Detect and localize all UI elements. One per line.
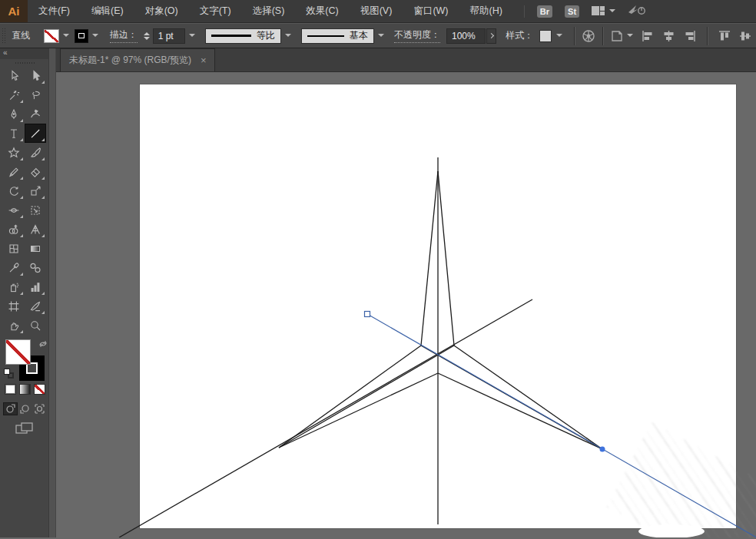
menu-item-4[interactable]: 选择(S) bbox=[242, 0, 296, 22]
slice-tool[interactable] bbox=[25, 296, 46, 316]
color-button[interactable] bbox=[5, 384, 16, 395]
drawing-mode-buttons bbox=[3, 402, 47, 415]
type-tool[interactable] bbox=[3, 124, 25, 143]
cs-live-button[interactable] bbox=[627, 4, 647, 19]
paintbrush-tool[interactable] bbox=[25, 143, 46, 162]
opacity-label[interactable]: 不透明度： bbox=[394, 28, 440, 43]
draw-normal-button[interactable] bbox=[3, 402, 18, 415]
rotate-icon bbox=[8, 185, 20, 197]
canvas[interactable] bbox=[56, 72, 756, 537]
menu-item-6[interactable]: 视图(V) bbox=[350, 0, 403, 22]
default-fill-stroke-button[interactable] bbox=[4, 369, 14, 379]
align-left-button[interactable] bbox=[642, 30, 655, 42]
gradient-tool[interactable] bbox=[25, 239, 46, 258]
document-tab-bar: 未标题-1* @ 97% (RGB/预览) × bbox=[56, 48, 756, 72]
mesh-tool[interactable] bbox=[3, 239, 25, 258]
divider bbox=[524, 5, 525, 18]
pen-tool[interactable] bbox=[3, 104, 25, 124]
shape-builder-tool[interactable] bbox=[3, 220, 25, 239]
menu-item-5[interactable]: 效果(C) bbox=[295, 0, 349, 22]
direct-selection-icon bbox=[29, 70, 41, 82]
align-right-icon bbox=[683, 30, 696, 42]
direct-selection-tool[interactable] bbox=[25, 66, 46, 85]
stroke-weight-field[interactable]: 1 pt bbox=[153, 28, 185, 44]
align-center-button[interactable] bbox=[662, 30, 675, 42]
zoom-tool[interactable] bbox=[25, 316, 46, 335]
menu-item-8[interactable]: 帮助(H) bbox=[459, 0, 513, 22]
free-transform-tool[interactable] bbox=[25, 200, 46, 220]
brush-definition-select[interactable]: 基本 bbox=[301, 28, 374, 44]
stock-button[interactable]: St bbox=[565, 5, 579, 18]
eraser-tool[interactable] bbox=[25, 162, 46, 181]
menu-bar: Ai 文件(F)编辑(E)对象(O)文字(T)选择(S)效果(C)视图(V)窗口… bbox=[0, 0, 756, 23]
paintbrush-icon bbox=[29, 147, 41, 159]
lasso-tool[interactable] bbox=[25, 85, 46, 104]
stroke-color-swatch[interactable] bbox=[75, 29, 88, 43]
close-tab-button[interactable]: × bbox=[201, 55, 207, 65]
hand-tool[interactable] bbox=[3, 316, 25, 335]
eyedropper-icon bbox=[8, 262, 20, 274]
eyedropper-tool[interactable] bbox=[3, 258, 25, 277]
panel-drag-grip[interactable] bbox=[0, 59, 48, 66]
menu-item-1[interactable]: 编辑(E) bbox=[81, 0, 134, 22]
pencil-tool[interactable] bbox=[3, 162, 25, 181]
menu-item-3[interactable]: 文字(T) bbox=[189, 0, 242, 22]
screen-mode-button[interactable] bbox=[15, 422, 34, 439]
gradient-button[interactable] bbox=[19, 384, 31, 395]
draw-inside-button[interactable] bbox=[32, 402, 47, 415]
align-right-button[interactable] bbox=[683, 30, 696, 42]
perspective-grid-icon bbox=[29, 223, 41, 236]
panel-grip[interactable] bbox=[2, 28, 6, 45]
vertical-align-center-button[interactable] bbox=[739, 30, 752, 42]
style-swatch[interactable] bbox=[539, 30, 552, 42]
bridge-button[interactable]: Br bbox=[537, 5, 552, 18]
style-dropdown[interactable] bbox=[553, 28, 564, 44]
scale-tool[interactable] bbox=[25, 181, 46, 200]
fill-proxy-swatch[interactable] bbox=[5, 339, 31, 365]
brush-definition-dropdown[interactable] bbox=[376, 28, 386, 44]
fill-color-swatch[interactable] bbox=[44, 29, 59, 43]
panel-dock-strip[interactable] bbox=[49, 48, 56, 537]
menu-item-2[interactable]: 对象(O) bbox=[134, 0, 189, 22]
curvature-icon bbox=[29, 108, 41, 121]
chevron-right-icon bbox=[489, 33, 494, 38]
start-anchor-handle[interactable] bbox=[365, 312, 370, 317]
width-profile-dropdown[interactable] bbox=[283, 28, 293, 44]
perspective-grid-tool[interactable] bbox=[25, 220, 46, 239]
stroke-color-dropdown[interactable] bbox=[90, 28, 101, 44]
recolor-artwork-button[interactable] bbox=[582, 29, 595, 43]
opacity-field[interactable]: 100% bbox=[446, 28, 486, 44]
anchor-point-dot[interactable] bbox=[600, 447, 605, 452]
vertical-align-top-button[interactable] bbox=[718, 30, 731, 42]
fill-color-dropdown[interactable] bbox=[61, 28, 71, 44]
line-segment-icon bbox=[29, 127, 41, 140]
menu-item-0[interactable]: 文件(F) bbox=[28, 0, 81, 22]
document-tab-title: 未标题-1* @ 97% (RGB/预览) bbox=[69, 54, 191, 67]
workspace-switcher[interactable] bbox=[592, 6, 615, 16]
draw-behind-button[interactable] bbox=[18, 402, 32, 415]
collapse-panel-button[interactable]: « bbox=[0, 48, 48, 59]
stroke-weight-dropdown[interactable] bbox=[187, 28, 197, 44]
stroke-weight-stepper[interactable] bbox=[144, 32, 150, 40]
blend-tool[interactable] bbox=[25, 258, 46, 277]
selection-tool[interactable] bbox=[3, 66, 25, 85]
document-tab[interactable]: 未标题-1* @ 97% (RGB/预览) × bbox=[60, 48, 215, 71]
line-segment-tool[interactable] bbox=[25, 124, 46, 143]
opacity-expand-button[interactable] bbox=[486, 28, 496, 44]
artboard-tool[interactable] bbox=[3, 296, 25, 316]
divider bbox=[707, 27, 708, 45]
document-setup-button[interactable] bbox=[610, 29, 632, 43]
column-graph-tool[interactable] bbox=[25, 277, 46, 296]
swap-fill-stroke-button[interactable] bbox=[38, 338, 48, 352]
curvature-tool[interactable] bbox=[25, 104, 46, 124]
menu-item-7[interactable]: 窗口(W) bbox=[403, 0, 459, 22]
width-tool[interactable] bbox=[3, 200, 25, 220]
shape-star-tool[interactable] bbox=[3, 143, 25, 162]
rotate-tool[interactable] bbox=[3, 181, 25, 200]
gradient-icon bbox=[29, 243, 41, 255]
symbol-sprayer-tool[interactable] bbox=[3, 277, 25, 296]
none-button[interactable] bbox=[34, 384, 45, 395]
magic-wand-tool[interactable] bbox=[3, 85, 25, 104]
width-profile-select[interactable]: 等比 bbox=[205, 28, 281, 44]
stroke-weight-label[interactable]: 描边： bbox=[110, 28, 138, 43]
